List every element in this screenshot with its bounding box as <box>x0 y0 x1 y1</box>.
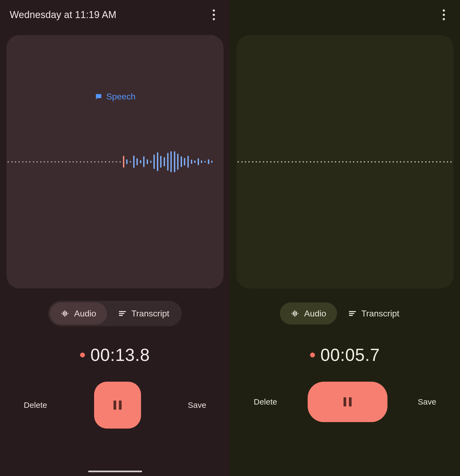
pause-icon <box>344 397 352 406</box>
recording-title: Wednesday at 11:19 AM <box>10 9 116 20</box>
recording-timer: 00:13.8 <box>80 345 150 365</box>
tab-audio[interactable]: Audio <box>50 302 107 325</box>
overflow-menu-icon[interactable] <box>437 8 450 21</box>
waveform-panel: Speech <box>6 35 224 288</box>
top-bar: Wednesday at 11:19 AM <box>0 0 230 30</box>
tab-transcript-label: Transcript <box>361 309 399 319</box>
tab-transcript[interactable]: Transcript <box>107 302 180 325</box>
timer-value: 00:05.7 <box>320 345 380 365</box>
home-indicator[interactable] <box>88 471 142 472</box>
waveform-icon <box>291 309 300 318</box>
save-button[interactable]: Save <box>188 401 206 410</box>
top-bar <box>230 0 460 30</box>
tab-transcript[interactable]: Transcript <box>337 302 410 325</box>
pause-button[interactable] <box>94 382 141 429</box>
transcript-icon <box>348 309 357 318</box>
tab-audio-label: Audio <box>304 309 326 319</box>
recording-indicator-icon <box>80 353 85 357</box>
delete-button[interactable]: Delete <box>24 401 47 410</box>
timer-value: 00:13.8 <box>90 345 150 365</box>
speech-icon <box>94 93 102 101</box>
recording-timer: 00:05.7 <box>310 345 380 365</box>
recorder-pane-left: Wednesday at 11:19 AM Speech Audio Trans… <box>0 0 230 476</box>
tab-transcript-label: Transcript <box>131 309 169 319</box>
audio-waveform[interactable] <box>236 143 454 181</box>
bottom-controls: Delete Save <box>0 382 230 429</box>
pause-icon <box>114 401 122 410</box>
bottom-controls: Delete Save <box>230 382 460 422</box>
waveform-panel <box>236 35 454 288</box>
view-tabs: Audio Transcript <box>278 301 412 326</box>
speech-tag: Speech <box>94 92 136 102</box>
speech-tag-label: Speech <box>106 92 136 102</box>
overflow-menu-icon[interactable] <box>207 8 220 21</box>
waveform-icon <box>61 309 70 318</box>
save-button[interactable]: Save <box>418 397 436 406</box>
tab-audio-label: Audio <box>74 309 96 319</box>
delete-button[interactable]: Delete <box>254 397 277 406</box>
audio-waveform[interactable] <box>6 143 224 181</box>
transcript-icon <box>118 309 127 318</box>
recorder-pane-right: Audio Transcript 00:05.7 Delete Save <box>230 0 460 476</box>
pause-button[interactable] <box>308 382 387 422</box>
recording-indicator-icon <box>310 353 315 357</box>
tab-audio[interactable]: Audio <box>280 302 337 325</box>
view-tabs: Audio Transcript <box>48 301 182 326</box>
